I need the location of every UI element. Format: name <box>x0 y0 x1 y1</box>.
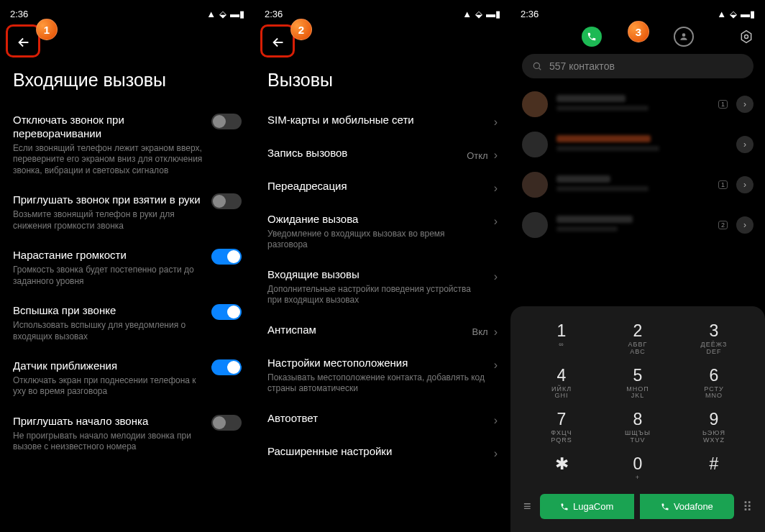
row-desc: Уведомление о входящих вызовах во время … <box>267 229 485 251</box>
row-value: Вкл <box>472 326 488 337</box>
settings-row[interactable]: Вспышка при звонкеИспользовать вспышку д… <box>13 295 242 351</box>
highlight-frame <box>6 24 40 58</box>
dialpad-key[interactable]: ✱ <box>523 454 600 482</box>
chevron-right-icon: › <box>494 116 498 129</box>
dialpad-grid-icon[interactable]: ⠿ <box>740 499 755 515</box>
call-bar: ≡ LugaCom Vodafone ⠿ <box>510 487 765 522</box>
dialpad-key[interactable]: # <box>676 454 752 482</box>
row-title: Переадресация <box>267 180 485 193</box>
settings-row[interactable]: Расширенные настройки› <box>267 436 498 469</box>
row-desc: Возьмите звонящий телефон в руки для сни… <box>13 209 203 231</box>
menu-icon[interactable]: ≡ <box>521 499 534 514</box>
settings-row[interactable]: Настройки местоположенияПоказывать место… <box>267 348 498 403</box>
dialpad-key[interactable]: 6РСТУMNO <box>676 366 752 400</box>
settings-row[interactable]: Приглушать начало звонкаНе проигрывать н… <box>13 406 242 462</box>
dialpad-key[interactable]: 1∞ <box>523 321 600 356</box>
list-item[interactable]: 1› <box>510 165 765 205</box>
chevron-right-icon: › <box>494 359 498 372</box>
row-title: Датчик приближения <box>13 359 203 373</box>
settings-row[interactable]: Приглушать звонок при взятии в рукиВозьм… <box>13 185 242 240</box>
sim-badge: 1 <box>718 100 728 109</box>
dialpad-key[interactable]: 2АБВГABC <box>600 321 676 356</box>
call-sim2-button[interactable]: Vodafone <box>640 494 734 519</box>
toggle[interactable] <box>211 249 242 265</box>
back-button[interactable]: 2 <box>262 26 295 59</box>
contact-info <box>556 175 710 195</box>
go-arrow-icon[interactable]: › <box>736 176 753 193</box>
tab-contacts[interactable] <box>674 27 694 47</box>
tab-phone[interactable] <box>582 27 602 47</box>
settings-row[interactable]: Датчик приближенияОтключать экран при по… <box>13 351 242 406</box>
dialpad: 1∞2АБВГABC3ДЕЁЖЗDEF4ИЙКЛGHI5МНОПJKL6РСТУ… <box>510 306 765 532</box>
signal-icon: ▲ <box>206 9 216 19</box>
row-title: Расширенные настройки <box>267 445 485 459</box>
dialpad-key[interactable]: 0+ <box>600 454 676 482</box>
svg-marker-1 <box>741 31 751 43</box>
settings-list[interactable]: SIM-карты и мобильные сети›Запись вызово… <box>255 105 510 532</box>
screen-incoming-calls: 2:36 ▲ ⬙ ▬▮ 1 Входящие вызовы Отключать … <box>0 0 255 532</box>
dialpad-key[interactable]: 7ФХЦЧPQRS <box>523 410 600 444</box>
go-arrow-icon[interactable]: › <box>736 136 753 153</box>
wifi-icon: ⬙ <box>219 9 226 19</box>
status-icons: ▲ ⬙ ▬▮ <box>462 9 500 19</box>
settings-row[interactable]: Автоответ› <box>267 403 498 436</box>
wifi-icon: ⬙ <box>730 9 737 19</box>
status-time: 2:36 <box>521 9 539 19</box>
page-title: Входящие вызовы <box>0 60 255 105</box>
row-title: Входящие вызовы <box>267 268 485 282</box>
row-desc: Использовать вспышку для уведомления о в… <box>13 320 203 342</box>
settings-icon[interactable] <box>739 29 753 44</box>
status-time: 2:36 <box>10 9 28 19</box>
call-sim1-button[interactable]: LugaCom <box>540 494 634 519</box>
screen-dialer: 2:36 ▲ ⬙ ▬▮ 3 557 контактов 1› › 1› 2› 1… <box>510 0 765 532</box>
settings-row[interactable]: АнтиспамВкл› <box>267 315 498 348</box>
row-title: Приглушать звонок при взятии в руки <box>13 193 203 207</box>
signal-icon: ▲ <box>717 9 726 19</box>
search-input[interactable]: 557 контактов <box>522 54 753 78</box>
settings-row[interactable]: Входящие вызовыДополнительные настройки … <box>267 260 498 315</box>
dialpad-key[interactable]: 3ДЕЁЖЗDEF <box>676 321 752 356</box>
settings-row[interactable]: Переадресация› <box>267 171 498 204</box>
back-button[interactable]: 1 <box>7 26 40 59</box>
sim-badge: 2 <box>718 221 728 229</box>
settings-row[interactable]: SIM-карты и мобильные сети› <box>267 105 498 138</box>
go-arrow-icon[interactable]: › <box>736 96 753 113</box>
contacts-list[interactable]: 1› › 1› 2› <box>510 84 765 245</box>
dialpad-key[interactable]: 4ИЙКЛGHI <box>523 366 600 400</box>
battery-icon: ▬▮ <box>230 9 244 19</box>
svg-point-2 <box>745 35 748 39</box>
toggle[interactable] <box>211 415 242 431</box>
settings-row[interactable]: Ожидание вызоваУведомление о входящих вы… <box>267 204 498 260</box>
toggle[interactable] <box>211 304 242 320</box>
go-arrow-icon[interactable]: › <box>736 216 753 234</box>
toggle[interactable] <box>211 114 242 129</box>
chevron-right-icon: › <box>494 447 498 460</box>
contact-info <box>556 216 710 235</box>
row-desc: Отключать экран при поднесении телефона … <box>13 375 203 398</box>
status-bar: 2:36 ▲ ⬙ ▬▮ <box>255 0 510 22</box>
top-tabs: 3 <box>510 22 765 54</box>
dialpad-key[interactable]: 8ШЩЪЫTUV <box>600 410 676 444</box>
row-title: Вспышка при звонке <box>13 304 203 318</box>
row-title: Автоответ <box>267 412 485 426</box>
step-badge-3: 3 <box>628 21 649 42</box>
settings-row[interactable]: Нарастание громкостиГромкость звонка буд… <box>13 240 242 295</box>
settings-row[interactable]: Запись вызововОткл› <box>267 138 498 171</box>
highlight-frame <box>260 24 295 58</box>
toggle[interactable] <box>211 359 242 375</box>
status-icons: ▲ ⬙ ▬▮ <box>717 9 755 19</box>
dialpad-key[interactable]: 9ЬЭЮЯWXYZ <box>676 410 752 444</box>
settings-list[interactable]: Отключать звонок при переворачиванииЕсли… <box>0 105 255 532</box>
dialpad-key[interactable]: 5МНОПJKL <box>600 366 676 400</box>
list-item[interactable]: 2› <box>510 205 765 245</box>
row-title: Настройки местоположения <box>267 357 485 370</box>
list-item[interactable]: › <box>510 124 765 165</box>
status-bar: 2:36 ▲ ⬙ ▬▮ <box>0 0 255 22</box>
screen-calls: 2:36 ▲ ⬙ ▬▮ 2 Вызовы SIM-карты и мобильн… <box>255 0 510 532</box>
settings-row[interactable]: Отключать звонок при переворачиванииЕсли… <box>13 105 242 185</box>
sim2-label: Vodafone <box>674 501 713 512</box>
toggle[interactable] <box>211 193 242 209</box>
row-title: Приглушать начало звонка <box>13 415 203 428</box>
chevron-right-icon: › <box>494 414 498 427</box>
list-item[interactable]: 1› <box>510 84 765 124</box>
